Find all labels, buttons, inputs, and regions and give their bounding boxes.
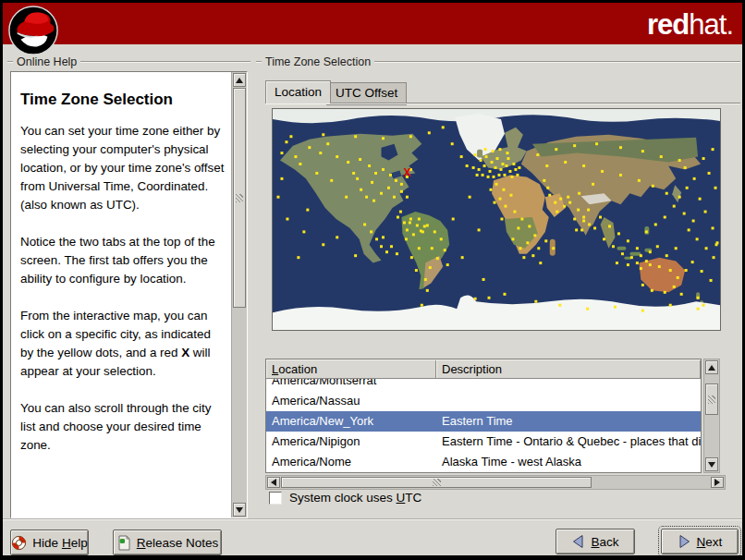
table-row[interactable]: America/NomeAlaska Time - west Alaska xyxy=(266,452,701,472)
help-scrollbar[interactable] xyxy=(231,72,247,517)
table-row[interactable]: America/New_YorkEastern Time xyxy=(266,411,701,432)
table-header: Location Description xyxy=(266,359,701,379)
timezone-frame-label: Time Zone Selection xyxy=(256,55,740,68)
top-banner xyxy=(3,3,742,44)
table-hscrollbar[interactable] xyxy=(265,475,726,490)
help-text: Time Zone Selection You can set your tim… xyxy=(11,72,231,517)
table-row[interactable]: America/Montserrat xyxy=(266,379,701,391)
next-label: Next xyxy=(697,535,723,549)
redhat-wordmark: redhat. xyxy=(647,8,733,42)
utc-checkbox-row: System clock uses UTC xyxy=(269,491,421,505)
table-vscrollbar-thumb[interactable] xyxy=(705,383,718,415)
system-clock-utc-checkbox[interactable] xyxy=(269,492,282,505)
table-vscrollbar[interactable] xyxy=(703,359,720,473)
next-button[interactable]: Next xyxy=(661,529,739,554)
online-help-panel: Time Zone Selection You can set your tim… xyxy=(10,71,248,518)
timezone-table: Location Description America/MontserratA… xyxy=(265,359,702,473)
timezone-table-body[interactable]: America/MontserratAmerica/NassauAmerica/… xyxy=(266,379,701,472)
scroll-right-icon[interactable] xyxy=(711,477,724,488)
selected-city-marker: X xyxy=(403,166,410,179)
release-notes-icon xyxy=(116,535,131,551)
scroll-down-icon[interactable] xyxy=(705,457,718,471)
timezone-table-body-inner: America/MontserratAmerica/NassauAmerica/… xyxy=(266,379,701,472)
scroll-down-icon[interactable] xyxy=(233,503,246,517)
hide-help-label: Hide Help xyxy=(32,536,87,550)
table-row[interactable]: America/NipigonEastern Time - Ontario & … xyxy=(266,432,701,452)
table-row[interactable]: America/Nassau xyxy=(266,391,701,411)
hide-help-button[interactable]: Hide Help xyxy=(10,530,89,555)
release-notes-button[interactable]: Release Notes xyxy=(113,530,222,555)
redhat-shadowman-logo-icon xyxy=(7,5,59,60)
lifebuoy-icon xyxy=(11,535,27,551)
scroll-left-icon[interactable] xyxy=(267,477,280,488)
scroll-up-icon[interactable] xyxy=(233,73,246,87)
help-title: Time Zone Selection xyxy=(20,91,226,109)
table-hscrollbar-thumb[interactable] xyxy=(281,477,592,488)
world-map[interactable]: X xyxy=(272,108,721,331)
back-button[interactable]: Back xyxy=(556,529,635,554)
tab-location[interactable]: Location xyxy=(265,80,331,103)
column-header-location[interactable]: Location xyxy=(266,359,436,378)
system-clock-utc-label[interactable]: System clock uses UTC xyxy=(289,491,421,505)
installer-window: redhat. Online Help Time Zone Selection … xyxy=(0,0,745,560)
back-arrow-icon xyxy=(571,534,585,549)
help-scrollbar-thumb[interactable] xyxy=(233,88,246,308)
column-header-description[interactable]: Description xyxy=(436,359,701,378)
scroll-up-icon[interactable] xyxy=(705,360,718,374)
release-notes-label: Release Notes xyxy=(137,536,219,550)
back-label: Back xyxy=(591,535,618,549)
next-arrow-icon xyxy=(678,534,691,549)
